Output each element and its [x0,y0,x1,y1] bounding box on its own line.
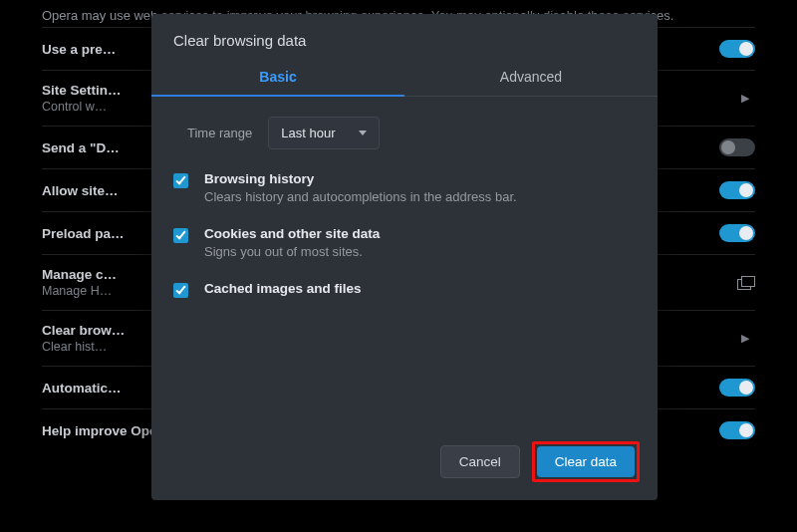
dialog-tabs: Basic Advanced [151,61,658,97]
highlight-annotation: Clear data [532,441,640,482]
dialog-footer: Cancel Clear data [151,427,658,500]
clear-browsing-data-dialog: Clear browsing data Basic Advanced Time … [151,14,658,500]
cancel-button[interactable]: Cancel [440,445,520,478]
time-range-value: Last hour [281,126,335,140]
check-item-cached: Cached images and files [173,281,636,298]
dialog-title: Clear browsing data [151,14,658,61]
check-title: Cached images and files [204,281,362,296]
time-range-label: Time range [187,126,252,140]
check-item-browsing-history: Browsing history Clears history and auto… [173,171,636,204]
time-range-row: Time range Last hour [187,117,636,149]
clear-data-button[interactable]: Clear data [537,446,635,477]
dialog-body: Time range Last hour Browsing history Cl… [151,97,658,427]
checkbox[interactable] [173,228,188,243]
check-sub: Signs you out of most sites. [204,244,380,259]
check-title: Cookies and other site data [204,226,380,241]
chevron-down-icon [359,131,367,135]
tab-advanced[interactable]: Advanced [404,61,658,97]
checkbox[interactable] [173,173,188,188]
dialog-backdrop: Clear browsing data Basic Advanced Time … [0,0,797,532]
check-sub: Clears history and autocompletions in th… [204,189,517,204]
tab-basic[interactable]: Basic [151,61,404,97]
checkbox[interactable] [173,283,188,298]
check-item-cookies: Cookies and other site data Signs you ou… [173,226,636,259]
check-title: Browsing history [204,171,517,186]
time-range-select[interactable]: Last hour [268,117,380,149]
